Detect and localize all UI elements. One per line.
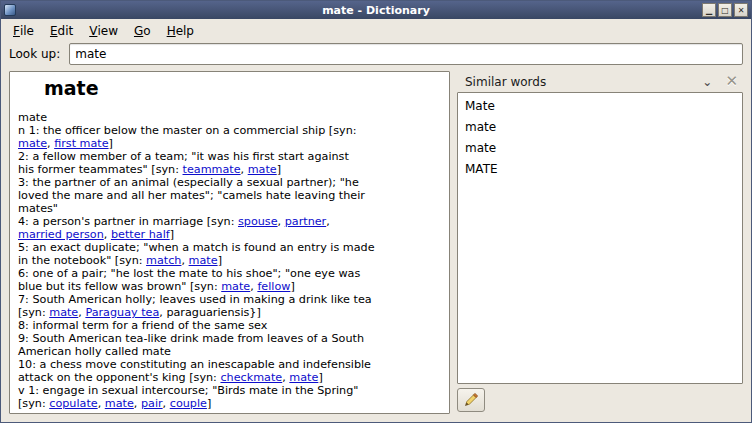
word-link[interactable]: spouse <box>238 215 278 228</box>
definition-line: 3: the partner of an animal (especially … <box>18 176 441 189</box>
titlebar[interactable]: mate - Dictionary ▁ □ ✕ <box>1 1 751 19</box>
definition-panel[interactable]: mate maten 1: the officer below the mast… <box>9 71 450 414</box>
menu-edit[interactable]: Edit <box>42 20 81 41</box>
word-link[interactable]: fellow <box>257 280 290 293</box>
definition-line: 4: a person's partner in marriage [syn: … <box>18 215 441 228</box>
maximize-button[interactable]: □ <box>718 3 732 17</box>
definition-line: n 1: the officer below the master on a c… <box>18 124 441 137</box>
panel-close-icon[interactable]: ✕ <box>725 74 738 89</box>
word-link[interactable]: better half <box>111 228 170 241</box>
definition-line: in the notebook" [syn: match, mate] <box>18 254 441 267</box>
word-link[interactable]: checkmate <box>220 371 282 384</box>
minimize-button[interactable]: ▁ <box>702 3 716 17</box>
definition-line: 9: South American tea-like drink made fr… <box>18 332 441 345</box>
definition-line: mates" <box>18 202 441 215</box>
word-link[interactable]: match <box>146 254 181 267</box>
lookup-row: Look up: <box>1 41 751 71</box>
word-link[interactable]: first mate <box>54 137 108 150</box>
definition-line: mate, first mate] <box>18 137 441 150</box>
definition-headword: mate <box>44 77 441 99</box>
close-button[interactable]: ✕ <box>734 3 748 17</box>
menu-go[interactable]: Go <box>126 20 159 41</box>
definition-line: loved the mare and all her mates"; "came… <box>18 189 441 202</box>
word-link[interactable]: mate <box>248 163 277 176</box>
similar-words-list: MatematemateMATE <box>457 92 743 384</box>
edit-button[interactable] <box>457 388 485 412</box>
word-link[interactable]: mate <box>105 397 134 410</box>
definition-line: American holly called mate <box>18 345 441 358</box>
definition-line: 8: informal term for a friend of the sam… <box>18 319 441 332</box>
definition-line: 2: a fellow member of a team; "it was hi… <box>18 150 441 163</box>
main-area: mate maten 1: the officer below the mast… <box>1 71 751 422</box>
word-link[interactable]: mate <box>189 254 218 267</box>
similar-word-item[interactable]: mate <box>458 117 742 138</box>
lookup-input[interactable] <box>69 43 743 65</box>
word-link[interactable]: mate <box>18 137 47 150</box>
similar-word-item[interactable]: Mate <box>458 96 742 117</box>
definition-line: his former teammates" [syn: teammate, ma… <box>18 163 441 176</box>
word-link[interactable]: mate <box>221 280 250 293</box>
chevron-down-icon[interactable]: ⌄ <box>702 77 712 87</box>
dictionary-window: mate - Dictionary ▁ □ ✕ FileEditViewGoHe… <box>0 0 752 423</box>
menu-help[interactable]: Help <box>159 20 202 41</box>
definition-line: [syn: copulate, mate, pair, couple] <box>18 397 441 410</box>
definition-line: 7: South American holly; leaves used in … <box>18 293 441 306</box>
pencil-icon <box>463 392 479 408</box>
menubar: FileEditViewGoHelp <box>1 19 751 41</box>
window-title: mate - Dictionary <box>1 4 751 17</box>
definition-line: married person, better half] <box>18 228 441 241</box>
similar-words-header: Similar words ⌄ ✕ <box>457 71 743 92</box>
word-link[interactable]: married person <box>18 228 104 241</box>
sidebar-footer <box>457 384 743 414</box>
definition-line: v 1: engage in sexual intercourse; "Bird… <box>18 384 441 397</box>
app-icon <box>4 4 16 16</box>
lookup-label: Look up: <box>9 47 60 61</box>
definition-line: 6: one of a pair; "he lost the mate to h… <box>18 267 441 280</box>
definition-line: [syn: mate, Paraguay tea, paraguariensis… <box>18 306 441 319</box>
word-link[interactable]: couple <box>170 397 207 410</box>
word-link[interactable]: teammate <box>183 163 241 176</box>
definition-line: 10: a chess move constituting an inescap… <box>18 358 441 371</box>
definition-line: blue but its fellow was brown" [syn: mat… <box>18 280 441 293</box>
menu-view[interactable]: View <box>81 20 126 41</box>
similar-word-item[interactable]: MATE <box>458 159 742 180</box>
definition-line: 5: an exact duplicate; "when a match is … <box>18 241 441 254</box>
definition-line: mate <box>18 111 441 124</box>
word-link[interactable]: partner <box>285 215 327 228</box>
word-link[interactable]: copulate <box>49 397 97 410</box>
similar-words-title: Similar words <box>465 75 702 89</box>
definition-body: maten 1: the officer below the master on… <box>18 111 441 410</box>
similar-word-item[interactable]: mate <box>458 138 742 159</box>
word-link[interactable]: mate <box>289 371 318 384</box>
word-link[interactable]: mate <box>49 306 78 319</box>
menu-file[interactable]: File <box>5 20 42 41</box>
definition-line: attack on the opponent's king [syn: chec… <box>18 371 441 384</box>
similar-words-panel: Similar words ⌄ ✕ MatematemateMATE <box>457 71 743 414</box>
word-link[interactable]: pair <box>141 397 163 410</box>
word-link[interactable]: Paraguay tea <box>85 306 159 319</box>
